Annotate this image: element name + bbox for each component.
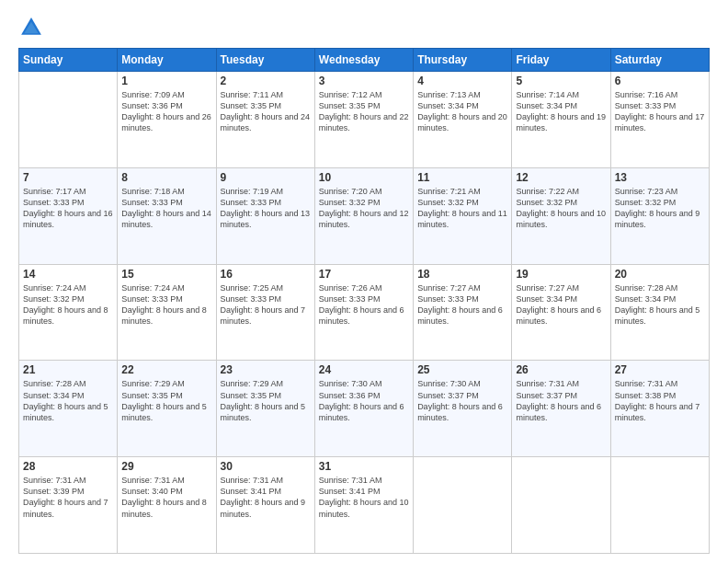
day-info: Sunrise: 7:23 AMSunset: 3:32 PMDaylight:… xyxy=(615,186,705,231)
day-number: 16 xyxy=(221,268,311,281)
day-number: 5 xyxy=(516,75,606,87)
day-number: 18 xyxy=(417,268,507,281)
day-info: Sunrise: 7:31 AMSunset: 3:40 PMDaylight:… xyxy=(121,475,211,520)
day-info: Sunrise: 7:13 AMSunset: 3:34 PMDaylight:… xyxy=(417,89,507,134)
calendar-cell: 11Sunrise: 7:21 AMSunset: 3:32 PMDayligh… xyxy=(414,167,512,264)
day-number: 10 xyxy=(319,171,409,184)
page: SundayMondayTuesdayWednesdayThursdayFrid… xyxy=(0,0,728,563)
calendar-cell: 9Sunrise: 7:19 AMSunset: 3:33 PMDaylight… xyxy=(216,167,314,264)
day-number: 19 xyxy=(516,268,606,281)
day-number: 2 xyxy=(221,75,311,87)
weekday-header-sunday: Sunday xyxy=(19,49,118,72)
logo xyxy=(18,15,48,40)
calendar-cell: 19Sunrise: 7:27 AMSunset: 3:34 PMDayligh… xyxy=(512,264,610,361)
day-info: Sunrise: 7:25 AMSunset: 3:33 PMDaylight:… xyxy=(221,282,311,327)
day-info: Sunrise: 7:28 AMSunset: 3:34 PMDaylight:… xyxy=(23,378,113,423)
day-number: 20 xyxy=(615,268,705,281)
day-info: Sunrise: 7:29 AMSunset: 3:35 PMDaylight:… xyxy=(121,378,211,423)
weekday-header-monday: Monday xyxy=(118,49,216,72)
weekday-header-thursday: Thursday xyxy=(414,49,512,72)
calendar-cell: 26Sunrise: 7:31 AMSunset: 3:37 PMDayligh… xyxy=(512,361,610,457)
day-number: 23 xyxy=(221,363,311,376)
day-info: Sunrise: 7:27 AMSunset: 3:34 PMDaylight:… xyxy=(516,282,606,327)
calendar-cell: 6Sunrise: 7:16 AMSunset: 3:33 PMDaylight… xyxy=(610,72,709,168)
calendar-cell: 10Sunrise: 7:20 AMSunset: 3:32 PMDayligh… xyxy=(314,167,413,264)
day-info: Sunrise: 7:18 AMSunset: 3:33 PMDaylight:… xyxy=(121,186,211,231)
calendar-week-row-5: 28Sunrise: 7:31 AMSunset: 3:39 PMDayligh… xyxy=(19,457,710,554)
day-info: Sunrise: 7:31 AMSunset: 3:39 PMDaylight:… xyxy=(23,475,113,520)
day-number: 13 xyxy=(615,171,705,184)
day-info: Sunrise: 7:12 AMSunset: 3:35 PMDaylight:… xyxy=(319,89,409,134)
day-number: 27 xyxy=(615,363,705,376)
day-number: 24 xyxy=(319,363,409,376)
calendar-cell xyxy=(610,457,709,554)
calendar-cell: 2Sunrise: 7:11 AMSunset: 3:35 PMDaylight… xyxy=(216,72,314,168)
day-number: 12 xyxy=(516,171,606,184)
calendar-cell: 7Sunrise: 7:17 AMSunset: 3:33 PMDaylight… xyxy=(19,167,118,264)
day-info: Sunrise: 7:16 AMSunset: 3:33 PMDaylight:… xyxy=(615,89,705,134)
day-number: 29 xyxy=(121,460,211,473)
calendar-cell: 8Sunrise: 7:18 AMSunset: 3:33 PMDaylight… xyxy=(118,167,216,264)
day-info: Sunrise: 7:28 AMSunset: 3:34 PMDaylight:… xyxy=(615,282,705,327)
calendar-cell: 12Sunrise: 7:22 AMSunset: 3:32 PMDayligh… xyxy=(512,167,610,264)
weekday-header-saturday: Saturday xyxy=(610,49,709,72)
calendar-week-row-1: 1Sunrise: 7:09 AMSunset: 3:36 PMDaylight… xyxy=(19,72,710,168)
day-info: Sunrise: 7:19 AMSunset: 3:33 PMDaylight:… xyxy=(221,186,311,231)
day-number: 21 xyxy=(23,363,113,376)
weekday-header-row: SundayMondayTuesdayWednesdayThursdayFrid… xyxy=(19,49,710,72)
day-number: 14 xyxy=(23,268,113,281)
calendar-cell: 18Sunrise: 7:27 AMSunset: 3:33 PMDayligh… xyxy=(414,264,512,361)
day-info: Sunrise: 7:27 AMSunset: 3:33 PMDaylight:… xyxy=(417,282,507,327)
day-info: Sunrise: 7:31 AMSunset: 3:41 PMDaylight:… xyxy=(221,475,311,520)
calendar-cell: 3Sunrise: 7:12 AMSunset: 3:35 PMDaylight… xyxy=(314,72,413,168)
calendar-cell: 4Sunrise: 7:13 AMSunset: 3:34 PMDaylight… xyxy=(414,72,512,168)
logo-icon xyxy=(18,15,44,40)
calendar-cell: 31Sunrise: 7:31 AMSunset: 3:41 PMDayligh… xyxy=(314,457,413,554)
day-info: Sunrise: 7:24 AMSunset: 3:32 PMDaylight:… xyxy=(23,282,113,327)
day-info: Sunrise: 7:24 AMSunset: 3:33 PMDaylight:… xyxy=(121,282,211,327)
day-info: Sunrise: 7:26 AMSunset: 3:33 PMDaylight:… xyxy=(319,282,409,327)
day-number: 6 xyxy=(615,75,705,87)
calendar-week-row-3: 14Sunrise: 7:24 AMSunset: 3:32 PMDayligh… xyxy=(19,264,710,361)
day-info: Sunrise: 7:21 AMSunset: 3:32 PMDaylight:… xyxy=(417,186,507,231)
day-number: 22 xyxy=(121,363,211,376)
calendar-table: SundayMondayTuesdayWednesdayThursdayFrid… xyxy=(18,48,710,554)
weekday-header-wednesday: Wednesday xyxy=(314,49,413,72)
day-info: Sunrise: 7:31 AMSunset: 3:41 PMDaylight:… xyxy=(319,475,409,520)
day-number: 30 xyxy=(221,460,311,473)
calendar-cell: 24Sunrise: 7:30 AMSunset: 3:36 PMDayligh… xyxy=(314,361,413,457)
day-number: 1 xyxy=(121,75,211,87)
day-number: 7 xyxy=(23,171,113,184)
day-info: Sunrise: 7:17 AMSunset: 3:33 PMDaylight:… xyxy=(23,186,113,231)
calendar-cell: 29Sunrise: 7:31 AMSunset: 3:40 PMDayligh… xyxy=(118,457,216,554)
calendar-cell: 17Sunrise: 7:26 AMSunset: 3:33 PMDayligh… xyxy=(314,264,413,361)
day-number: 25 xyxy=(417,363,507,376)
calendar-cell: 23Sunrise: 7:29 AMSunset: 3:35 PMDayligh… xyxy=(216,361,314,457)
calendar-cell xyxy=(19,72,118,168)
calendar-cell: 27Sunrise: 7:31 AMSunset: 3:38 PMDayligh… xyxy=(610,361,709,457)
calendar-cell xyxy=(512,457,610,554)
day-number: 3 xyxy=(319,75,409,87)
calendar-cell: 16Sunrise: 7:25 AMSunset: 3:33 PMDayligh… xyxy=(216,264,314,361)
calendar-week-row-4: 21Sunrise: 7:28 AMSunset: 3:34 PMDayligh… xyxy=(19,361,710,457)
day-number: 28 xyxy=(23,460,113,473)
calendar-cell: 25Sunrise: 7:30 AMSunset: 3:37 PMDayligh… xyxy=(414,361,512,457)
day-info: Sunrise: 7:22 AMSunset: 3:32 PMDaylight:… xyxy=(516,186,606,231)
calendar-cell: 14Sunrise: 7:24 AMSunset: 3:32 PMDayligh… xyxy=(19,264,118,361)
day-number: 8 xyxy=(121,171,211,184)
day-info: Sunrise: 7:20 AMSunset: 3:32 PMDaylight:… xyxy=(319,186,409,231)
day-info: Sunrise: 7:09 AMSunset: 3:36 PMDaylight:… xyxy=(121,89,211,134)
calendar-cell: 30Sunrise: 7:31 AMSunset: 3:41 PMDayligh… xyxy=(216,457,314,554)
calendar-cell: 20Sunrise: 7:28 AMSunset: 3:34 PMDayligh… xyxy=(610,264,709,361)
calendar-cell: 5Sunrise: 7:14 AMSunset: 3:34 PMDaylight… xyxy=(512,72,610,168)
day-info: Sunrise: 7:30 AMSunset: 3:36 PMDaylight:… xyxy=(319,378,409,423)
calendar-cell: 13Sunrise: 7:23 AMSunset: 3:32 PMDayligh… xyxy=(610,167,709,264)
day-number: 11 xyxy=(417,171,507,184)
day-number: 17 xyxy=(319,268,409,281)
calendar-cell: 15Sunrise: 7:24 AMSunset: 3:33 PMDayligh… xyxy=(118,264,216,361)
calendar-cell: 21Sunrise: 7:28 AMSunset: 3:34 PMDayligh… xyxy=(19,361,118,457)
calendar-cell: 22Sunrise: 7:29 AMSunset: 3:35 PMDayligh… xyxy=(118,361,216,457)
day-info: Sunrise: 7:31 AMSunset: 3:38 PMDaylight:… xyxy=(615,378,705,423)
header xyxy=(18,15,710,40)
day-number: 31 xyxy=(319,460,409,473)
